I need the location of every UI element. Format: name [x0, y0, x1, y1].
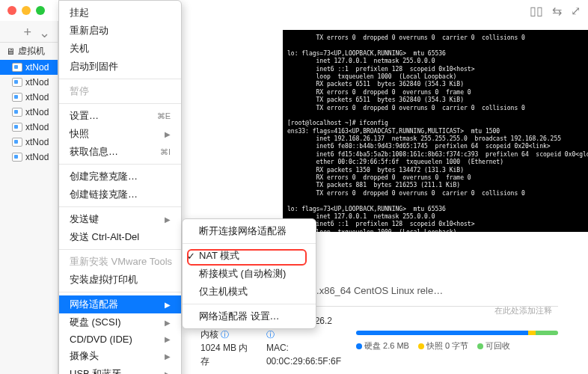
- sidebar-item-label: xtNod: [25, 137, 49, 147]
- dropdown-icon[interactable]: ⌄: [39, 25, 50, 41]
- vm-icon: [12, 138, 22, 147]
- menu-netadapter[interactable]: 网络适配器▶: [59, 295, 181, 313]
- sidebar-item-vm[interactable]: xtNod: [0, 135, 58, 150]
- menu-pause: 暂停: [59, 82, 181, 100]
- add-button[interactable]: +: [23, 25, 31, 40]
- submenu-nat[interactable]: NAT 模式: [183, 247, 316, 265]
- menu-separator: [59, 249, 181, 250]
- sidebar-toolbar: + ⌄: [0, 23, 58, 43]
- menu-sendcad[interactable]: 发送 Ctrl-Alt-Del: [59, 228, 181, 246]
- info-icon[interactable]: ⓘ: [221, 330, 229, 339]
- menu-cddvd[interactable]: CD/DVD (IDE)▶: [59, 331, 181, 347]
- sidebar-item-label: xtNod: [25, 62, 49, 73]
- chevron-right-icon: ▶: [165, 352, 171, 361]
- menu-linkclone[interactable]: 创建链接克隆…: [59, 186, 181, 203]
- sidebar-header: 🖥 虚拟机: [0, 43, 58, 60]
- vm-icon: [12, 93, 22, 102]
- legend-dot-disk: [356, 343, 362, 349]
- chevron-right-icon: ▶: [165, 319, 171, 327]
- vm-icon: [12, 123, 22, 132]
- netadapter-submenu: 断开连接网络适配器 NAT 模式 桥接模式 (自动检测) 仅主机模式 网络适配器…: [182, 218, 316, 329]
- disk-block: 硬盘 2.6 MB 快照 0 字节 可回收: [356, 331, 558, 352]
- sidebar-item-label: xtNod: [25, 122, 49, 132]
- menu-vmtools: 重新安装 VMware Tools: [59, 253, 181, 271]
- chevron-right-icon: ▶: [165, 335, 171, 343]
- sidebar-item-vm[interactable]: xtNod: [0, 150, 58, 165]
- minimize-window-button[interactable]: [22, 6, 31, 15]
- sidebar-item-label: xtNod: [25, 152, 49, 162]
- vm-icon: [12, 78, 22, 87]
- menu-usb[interactable]: USB 和蓝牙▶: [59, 365, 181, 374]
- vm-context-menu: 挂起 重新启动 关机 启动到固件 暂停 设置…⌘E 快照▶ 获取信息…⌘I 创建…: [58, 0, 182, 374]
- vm-icon: [12, 153, 22, 162]
- menu-fullclone[interactable]: 创建完整克隆…: [59, 168, 181, 186]
- mac-value: 00:0C:29:66:5F:6F: [266, 356, 341, 367]
- sidebar: + ⌄ 🖥 虚拟机 xtNod xtNod xtNod xtNod xtNod …: [0, 21, 58, 374]
- disk-legend: 硬盘 2.6 MB 快照 0 字节 可回收: [356, 340, 558, 352]
- info-icon[interactable]: ⓘ: [266, 330, 275, 339]
- submenu-bridge[interactable]: 桥接模式 (自动检测): [183, 265, 316, 283]
- titlebar-tools: ▯▯ ⇆ ⤢: [530, 4, 581, 18]
- sidebar-item-label: xtNod: [25, 77, 49, 88]
- vm-icon: [12, 108, 22, 117]
- menu-camera[interactable]: 摄像头▶: [59, 347, 181, 365]
- zoom-window-button[interactable]: [36, 6, 45, 15]
- submenu-hostonly[interactable]: 仅主机模式: [183, 283, 316, 301]
- sidebar-item-vm[interactable]: xtNod: [0, 90, 58, 105]
- chevron-right-icon: ▶: [165, 215, 171, 224]
- mem-label: 1024 MB 内存: [200, 341, 251, 368]
- panel-icon[interactable]: ▯▯: [530, 4, 543, 18]
- menu-hdd[interactable]: 硬盘 (SCSI)▶: [59, 313, 181, 331]
- menu-separator: [183, 304, 316, 304]
- chevron-right-icon: ▶: [165, 301, 171, 309]
- sidebar-item-vm[interactable]: xtNod: [0, 60, 58, 75]
- swap-icon[interactable]: ⇆: [552, 4, 562, 18]
- menu-restart[interactable]: 重新启动: [59, 22, 181, 40]
- submenu-disconnect[interactable]: 断开连接网络适配器: [183, 222, 316, 240]
- disk-usage-bar: [356, 331, 558, 335]
- mac-label: MAC:: [266, 343, 289, 353]
- chevron-right-icon: ▶: [165, 130, 171, 138]
- menu-shutdown[interactable]: 关机: [59, 40, 181, 58]
- legend-dot-reclaim: [477, 343, 483, 349]
- menu-snapshot[interactable]: 快照▶: [59, 125, 181, 143]
- menu-separator: [59, 79, 181, 79]
- window-traffic-lights: [7, 6, 45, 15]
- sidebar-item-vm[interactable]: xtNod: [0, 75, 58, 90]
- vm-icon: [12, 63, 22, 72]
- monitor-icon: 🖥: [6, 46, 15, 57]
- sidebar-item-label: xtNod: [25, 92, 49, 102]
- submenu-settings[interactable]: 网络适配器 设置…: [183, 307, 316, 325]
- sidebar-item-vm[interactable]: xtNod: [0, 120, 58, 135]
- chevron-right-icon: ▶: [165, 370, 171, 375]
- menu-sendkey[interactable]: 发送键▶: [59, 210, 181, 228]
- menu-suspend[interactable]: 挂起: [59, 4, 181, 22]
- expand-icon[interactable]: ⤢: [571, 4, 581, 18]
- menu-settings[interactable]: 设置…⌘E: [59, 107, 181, 125]
- sidebar-header-label: 虚拟机: [18, 45, 45, 58]
- sidebar-item-label: xtNod: [25, 107, 49, 117]
- menu-separator: [59, 164, 181, 165]
- vm-console[interactable]: TX errors 0 dropped 0 overruns 0 carrier…: [283, 30, 588, 232]
- menu-firmware[interactable]: 启动到固件: [59, 58, 181, 76]
- menu-separator: [59, 206, 181, 207]
- menu-separator: [59, 103, 181, 104]
- sidebar-item-vm[interactable]: xtNod: [0, 105, 58, 120]
- menu-printer[interactable]: 安装虚拟打印机: [59, 271, 181, 289]
- menu-separator: [59, 292, 181, 292]
- close-window-button[interactable]: [7, 6, 16, 15]
- menu-separator: [183, 243, 316, 244]
- legend-dot-snap: [418, 343, 424, 349]
- menu-getinfo[interactable]: 获取信息…⌘I: [59, 143, 181, 161]
